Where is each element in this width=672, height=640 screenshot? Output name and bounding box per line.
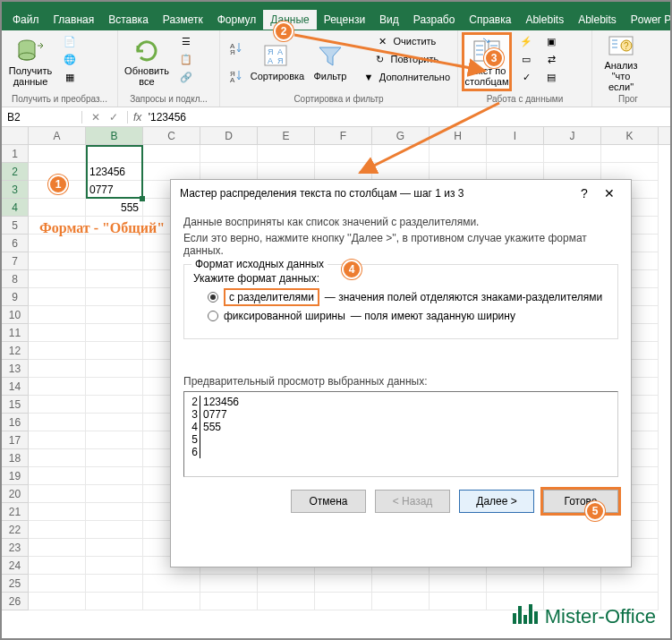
col-header[interactable]: I [487,127,544,144]
row-header[interactable]: 23 [2,539,29,557]
cell[interactable] [29,252,86,270]
cell[interactable] [258,575,315,593]
cell[interactable] [86,575,143,593]
row-header[interactable]: 21 [2,503,29,521]
cell[interactable] [29,306,86,324]
sort-button[interactable]: ЯААЯ Сортировка [252,32,302,91]
cell[interactable] [430,163,487,181]
col-header[interactable]: A [29,127,86,144]
row-header[interactable]: 16 [2,414,29,431]
col-header[interactable]: K [601,127,659,144]
cell[interactable] [29,449,86,467]
sort-asc-button[interactable]: AЯ [225,39,247,57]
cell[interactable] [430,575,487,593]
tab-ablebits-1[interactable]: Ablebits [518,10,571,30]
tab-review[interactable]: Рецензи [317,10,372,30]
cell[interactable] [86,270,143,288]
row-header[interactable]: 4 [2,199,29,217]
cell[interactable] [200,163,258,181]
row-header[interactable]: 11 [2,324,29,342]
row-header[interactable]: 5 [2,217,29,235]
cell[interactable] [258,145,315,163]
cell[interactable] [29,557,86,575]
clear-filter-button[interactable]: ✕Очистить [358,32,454,50]
row-header[interactable]: 2 [2,163,29,181]
data-validation-button[interactable]: ✓ [515,68,537,86]
enter-formula-icon[interactable]: ✓ [109,111,118,124]
tab-developer[interactable]: Разрабо [406,10,463,30]
col-header[interactable]: E [258,127,315,144]
cell[interactable] [29,575,86,593]
cell[interactable] [86,521,143,539]
cell[interactable] [143,145,200,163]
cell[interactable] [29,593,86,610]
cell[interactable] [86,503,143,521]
edit-links-button[interactable]: 🔗 [175,68,197,86]
col-header[interactable]: B [86,127,143,144]
cell[interactable] [86,145,143,163]
dialog-next-button[interactable]: Далее > [459,490,534,513]
tab-ablebits-2[interactable]: Ablebits [571,10,624,30]
data-model-button[interactable]: ▤ [540,68,562,86]
row-header[interactable]: 6 [2,235,29,252]
properties-button[interactable]: 📋 [175,50,197,68]
from-web-button[interactable]: 🌐 [59,50,81,68]
cell[interactable] [29,324,86,342]
cell[interactable] [372,593,430,610]
fill-handle[interactable] [140,196,145,201]
col-header[interactable]: H [430,127,487,144]
cell[interactable] [601,145,659,163]
row-header[interactable]: 25 [2,575,29,593]
cell[interactable] [29,270,86,288]
cell[interactable] [86,539,143,557]
radio-fixed-width[interactable] [208,311,218,321]
tab-file[interactable]: Файл [5,10,47,30]
cell[interactable] [86,431,143,449]
cell[interactable] [315,575,372,593]
col-header[interactable]: D [200,127,258,144]
row-header[interactable]: 12 [2,342,29,360]
cell[interactable] [372,163,430,181]
row-header[interactable]: 3 [2,181,29,199]
col-header[interactable]: C [143,127,200,144]
refresh-all-button[interactable]: Обновить все [122,32,172,91]
cell[interactable] [29,199,86,217]
cell[interactable] [487,575,544,593]
cell[interactable] [200,593,258,610]
cell[interactable] [544,145,601,163]
tab-home[interactable]: Главная [47,10,102,30]
cancel-formula-icon[interactable]: ✕ [91,111,100,124]
cell[interactable] [601,575,659,593]
cell[interactable] [29,235,86,252]
from-table-button[interactable]: ▦ [59,68,81,86]
filter-button[interactable]: Фильтр [306,32,354,91]
cell[interactable] [86,306,143,324]
cell[interactable] [86,342,143,360]
cell[interactable] [487,163,544,181]
cell[interactable] [430,593,487,610]
from-text-button[interactable]: 📄 [59,32,81,50]
dialog-cancel-button[interactable]: Отмена [291,490,366,513]
whatif-button[interactable]: ? Анализ "что если" [596,32,646,91]
fx-icon[interactable]: fx [133,111,141,124]
row-header[interactable]: 24 [2,557,29,575]
cell[interactable] [200,575,258,593]
row-header[interactable]: 22 [2,521,29,539]
radio-delimited-label[interactable]: с разделителями [224,288,319,306]
row-header[interactable]: 18 [2,449,29,467]
row-header[interactable]: 15 [2,396,29,414]
cell[interactable] [487,145,544,163]
cell[interactable]: 123456 [86,163,143,181]
cell[interactable] [29,485,86,503]
cell[interactable] [86,360,143,378]
cell[interactable] [29,288,86,306]
cell[interactable] [86,485,143,503]
cell[interactable] [372,575,430,593]
col-header[interactable]: F [315,127,372,144]
cell[interactable] [601,163,659,181]
dialog-finish-button[interactable]: Готово [543,490,618,513]
dialog-help-button[interactable]: ? [572,186,597,201]
cell[interactable] [315,593,372,610]
col-header[interactable]: J [544,127,601,144]
row-header[interactable]: 20 [2,485,29,503]
